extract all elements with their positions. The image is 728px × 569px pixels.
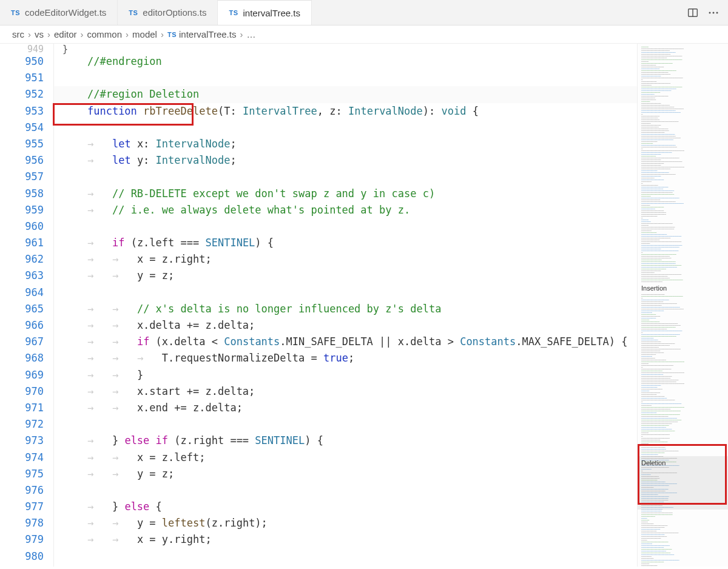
ts-icon: TS [167, 31, 177, 38]
code-editor[interactable]: 949 950951952953954955956957958959960961… [0, 44, 637, 567]
code-line[interactable] [54, 284, 637, 301]
code-line[interactable] [54, 120, 637, 136]
line-number: 955 [0, 136, 44, 152]
tab-bar: TS codeEditorWidget.ts TS editorOptions.… [0, 0, 728, 25]
chevron-right-icon: › [161, 29, 164, 39]
ts-icon: TS [11, 9, 20, 16]
chevron-right-icon: › [28, 29, 31, 39]
line-number: 969 [0, 367, 44, 383]
line-number: 951 [0, 70, 44, 86]
svg-point-2 [709, 12, 711, 13]
line-number: 976 [0, 482, 44, 499]
breadcrumb-part[interactable]: model [132, 29, 157, 39]
split-editor-icon[interactable] [687, 7, 699, 19]
line-number: 952 [0, 86, 44, 103]
minimap-region-label: Deletion [641, 459, 666, 467]
breadcrumb-tail[interactable]: … [246, 29, 255, 39]
code-line[interactable]: → → if (x.delta < Constants.MIN_SAFE_DEL… [54, 334, 637, 350]
highlight-box-minimap-deletion [638, 444, 727, 505]
line-number: 959 [0, 202, 44, 218]
line-number: 957 [0, 169, 44, 185]
chevron-right-icon: › [81, 29, 84, 39]
tab-intervaltree[interactable]: TS intervalTree.ts [218, 0, 312, 25]
code-line[interactable]: → } else { [54, 499, 637, 515]
line-number: 966 [0, 317, 44, 334]
code-line[interactable]: → // i.e. we always delete what's pointe… [54, 202, 637, 218]
code-line[interactable]: → → x.end += z.delta; [54, 400, 637, 416]
tab-label: editorOptions.ts [143, 7, 206, 18]
line-number-gutter: 949 950951952953954955956957958959960961… [0, 44, 53, 567]
line-number: 962 [0, 251, 44, 268]
line-number: 977 [0, 499, 44, 515]
line-number: 958 [0, 186, 44, 202]
line-number: 973 [0, 433, 44, 449]
line-number: 954 [0, 120, 44, 136]
chevron-right-icon: › [240, 29, 243, 39]
code-line[interactable] [54, 218, 637, 235]
code-line[interactable]: → → // x's delta is no longer influenced… [54, 301, 637, 317]
line-number: 963 [0, 268, 44, 284]
code-line[interactable]: → if (z.left === SENTINEL) { [54, 235, 637, 251]
line-number: 964 [0, 284, 44, 301]
tab-label: codeEditorWidget.ts [25, 7, 106, 18]
line-number: 949 [0, 45, 44, 53]
ts-icon: TS [129, 9, 138, 16]
line-number: 980 [0, 548, 44, 565]
line-number: 950 [0, 53, 44, 70]
tab-codeeditorwidget[interactable]: TS codeEditorWidget.ts [0, 0, 118, 25]
line-number: 953 [0, 103, 44, 120]
code-line[interactable]: → → x = y.right; [54, 531, 637, 548]
tab-editoroptions[interactable]: TS editorOptions.ts [118, 0, 218, 25]
code-line[interactable]: → → y = leftest(z.right); [54, 515, 637, 531]
line-number: 970 [0, 383, 44, 400]
tab-label: intervalTree.ts [243, 8, 300, 18]
line-number: 978 [0, 515, 44, 531]
code-line[interactable]: //#region Deletion [54, 86, 637, 103]
minimap[interactable]: ▬▬▬▬▬▬▬▬▬▬▬▬▬▬▬▬▬▬▬▬▬▬▬▬▬▬▬▬▬▬▬▬▬▬▬▬▬▬▬▬… [637, 44, 728, 567]
code-line[interactable]: → → } [54, 367, 637, 383]
code-line[interactable]: → → → T.requestNormalizeDelta = true; [54, 350, 637, 366]
ts-icon: TS [229, 9, 238, 16]
code-line[interactable]: → → x = z.right; [54, 251, 637, 268]
breadcrumb-file[interactable]: intervalTree.ts [179, 29, 236, 39]
code-line[interactable]: → // RB-DELETE except we don't swap z an… [54, 186, 637, 202]
line-number: 971 [0, 400, 44, 416]
breadcrumb[interactable]: src› vs› editor› common› model› TS inter… [0, 25, 728, 44]
code-line[interactable]: } [54, 45, 637, 53]
line-number: 968 [0, 350, 44, 366]
code-line[interactable]: //#endregion [54, 53, 637, 70]
line-number: 956 [0, 152, 44, 169]
svg-point-4 [716, 12, 718, 13]
line-number: 979 [0, 531, 44, 548]
code-line[interactable]: → } else if (z.right === SENTINEL) { [54, 433, 637, 449]
code-line[interactable] [54, 416, 637, 433]
code-line[interactable]: → let y: IntervalNode; [54, 152, 637, 169]
tab-actions [687, 0, 728, 25]
code-line[interactable]: → → x.start += z.delta; [54, 383, 637, 400]
code-line[interactable]: → → y = z; [54, 466, 637, 482]
line-number: 972 [0, 416, 44, 433]
minimap-region-label: Insertion [641, 284, 724, 292]
code-line[interactable]: → → x = z.left; [54, 449, 637, 466]
code-line[interactable]: → → x.delta += z.delta; [54, 317, 637, 334]
breadcrumb-part[interactable]: src [12, 29, 24, 39]
line-number: 975 [0, 466, 44, 482]
breadcrumb-part[interactable]: vs [35, 29, 44, 39]
code-line[interactable] [54, 169, 637, 185]
code-line[interactable]: → → y = z; [54, 268, 637, 284]
code-line[interactable]: → let x: IntervalNode; [54, 136, 637, 152]
chevron-right-icon: › [47, 29, 50, 39]
editor-wrap: 949 950951952953954955956957958959960961… [0, 44, 728, 567]
breadcrumb-part[interactable]: editor [54, 29, 77, 39]
code-line[interactable] [54, 482, 637, 499]
code-content[interactable]: } //#endregion //#region Deletion functi… [53, 44, 637, 567]
breadcrumb-part[interactable]: common [87, 29, 123, 39]
line-number: 960 [0, 218, 44, 235]
line-number: 974 [0, 449, 44, 466]
code-line[interactable] [54, 548, 637, 565]
more-actions-icon[interactable] [707, 7, 720, 19]
svg-point-3 [713, 12, 715, 13]
code-line[interactable]: function rbTreeDelete(T: IntervalTree, z… [54, 103, 637, 120]
code-line[interactable] [54, 70, 637, 86]
line-number: 961 [0, 235, 44, 251]
